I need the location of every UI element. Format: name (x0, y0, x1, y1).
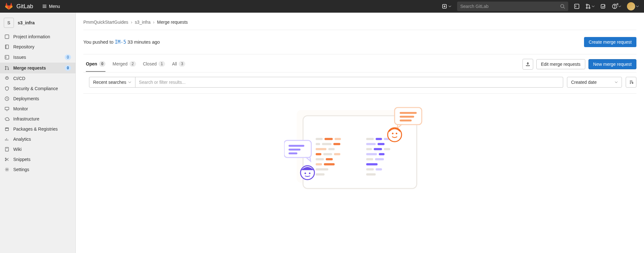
sidebar-item-wiki[interactable]: Wiki (0, 144, 75, 154)
svg-point-11 (586, 7, 587, 9)
breadcrumb-item[interactable]: s3_infra (135, 20, 151, 25)
breadcrumb-item[interactable]: Merge requests (157, 20, 188, 25)
recent-searches-dropdown[interactable]: Recent searches (89, 77, 135, 88)
brand-name[interactable]: GitLab (16, 3, 33, 10)
svg-rect-19 (5, 55, 9, 59)
sidebar-item-issues[interactable]: Issues 0 (0, 52, 75, 63)
new-merge-request-button[interactable]: New merge request (588, 59, 636, 69)
shield-icon (4, 86, 9, 91)
svg-rect-70 (366, 153, 377, 155)
sidebar-item-repository[interactable]: Repository (0, 42, 75, 52)
svg-point-38 (6, 169, 8, 170)
sidebar-item-label: Infrastructure (13, 116, 71, 121)
sidebar-item-settings[interactable]: Settings (0, 164, 75, 175)
branch-link[interactable]: IM-5 (115, 39, 126, 45)
svg-line-7 (564, 7, 565, 9)
sort-dropdown[interactable]: Created date (567, 77, 622, 88)
svg-rect-77 (366, 173, 376, 176)
svg-rect-74 (366, 163, 378, 165)
tab-all[interactable]: All 3 (172, 57, 185, 72)
export-button[interactable] (522, 59, 533, 70)
svg-rect-54 (323, 153, 332, 155)
menu-label: Menu (49, 4, 60, 9)
todos-icon[interactable] (600, 3, 606, 9)
svg-point-15 (614, 7, 615, 8)
sidebar-item-project-information[interactable]: Project information (0, 32, 75, 42)
svg-rect-13 (601, 4, 605, 8)
filter-input[interactable] (139, 80, 559, 85)
merge-requests-icon[interactable] (585, 3, 595, 9)
create-dropdown[interactable] (442, 4, 451, 9)
tabs-row: Open 0 Merged 2 Closed 1 All 3 (83, 56, 636, 72)
svg-rect-63 (376, 138, 382, 140)
sidebar-item-merge-requests[interactable]: Merge requests 0 (0, 63, 75, 73)
book-icon (4, 147, 9, 152)
svg-point-6 (561, 4, 564, 8)
tab-closed[interactable]: Closed 1 (143, 57, 165, 72)
svg-rect-53 (316, 153, 321, 155)
help-icon[interactable] (612, 3, 621, 9)
tab-count: 1 (158, 61, 165, 67)
deployments-icon (4, 96, 9, 101)
sidebar-item-label: Issues (13, 55, 61, 60)
project-header[interactable]: S s3_infra (0, 15, 75, 32)
chevron-down-icon (128, 81, 131, 84)
sidebar-item-packages[interactable]: Packages & Registries (0, 124, 75, 134)
topbar: GitLab Menu (0, 0, 644, 13)
sidebar-item-infrastructure[interactable]: Infrastructure (0, 114, 75, 124)
svg-rect-82 (400, 120, 412, 121)
sort-direction-button[interactable] (626, 77, 636, 88)
user-menu[interactable] (627, 2, 639, 10)
svg-rect-32 (5, 147, 9, 151)
sidebar-item-label: Project information (13, 34, 71, 39)
sidebar-item-monitor[interactable]: Monitor (0, 104, 75, 114)
edit-merge-requests-button[interactable]: Edit merge requests (536, 59, 585, 69)
svg-rect-49 (322, 143, 331, 145)
sidebar-item-deployments[interactable]: Deployments (0, 94, 75, 104)
main-content: PmmQuickStartGuides › s3_infra › Merge r… (76, 13, 644, 253)
project-avatar: S (4, 18, 14, 28)
filter-input-wrap[interactable] (135, 77, 563, 88)
svg-point-90 (396, 133, 397, 134)
svg-point-12 (589, 7, 590, 9)
gear-icon (4, 167, 9, 172)
svg-rect-51 (316, 148, 326, 150)
issues-icon (4, 55, 9, 60)
svg-rect-46 (325, 138, 333, 140)
breadcrumb-item[interactable]: PmmQuickStartGuides (83, 20, 128, 25)
recent-searches-label: Recent searches (93, 80, 126, 85)
sidebar-item-label: Security & Compliance (13, 86, 71, 91)
sidebar-item-security[interactable]: Security & Compliance (0, 83, 75, 94)
sidebar-item-cicd[interactable]: CI/CD (0, 73, 75, 83)
tab-merged[interactable]: Merged 2 (112, 57, 136, 72)
avatar (627, 2, 635, 10)
svg-rect-52 (328, 148, 335, 150)
issues-icon[interactable] (574, 3, 580, 9)
chevron-down-icon (636, 5, 639, 8)
svg-rect-47 (335, 138, 341, 140)
tab-open[interactable]: Open 0 (86, 57, 105, 72)
filter-row: Recent searches Created date (83, 72, 636, 94)
push-text: You pushed to IM-5 33 minutes ago (83, 39, 160, 45)
menu-button[interactable]: Menu (42, 4, 60, 9)
sidebar-item-snippets[interactable]: Snippets (0, 154, 75, 164)
search-input[interactable] (460, 4, 560, 9)
sidebar-item-label: Deployments (13, 96, 71, 101)
sidebar-item-label: Packages & Registries (13, 126, 71, 132)
svg-rect-76 (376, 168, 382, 170)
svg-rect-45 (316, 138, 323, 140)
sort-label: Created date (571, 80, 612, 85)
sidebar-item-analytics[interactable]: Analytics (0, 134, 75, 144)
svg-rect-50 (333, 143, 340, 145)
tab-count: 2 (129, 61, 136, 67)
svg-rect-67 (366, 148, 372, 150)
create-merge-request-button[interactable]: Create merge request (584, 37, 636, 47)
svg-rect-75 (366, 168, 374, 170)
sort-desc-icon (629, 80, 634, 85)
chevron-down-icon (618, 5, 621, 8)
gitlab-logo-icon[interactable] (5, 3, 13, 10)
svg-point-10 (586, 4, 587, 5)
svg-point-21 (5, 66, 6, 67)
sidebar-item-label: CI/CD (13, 76, 71, 81)
global-search[interactable] (457, 2, 568, 11)
